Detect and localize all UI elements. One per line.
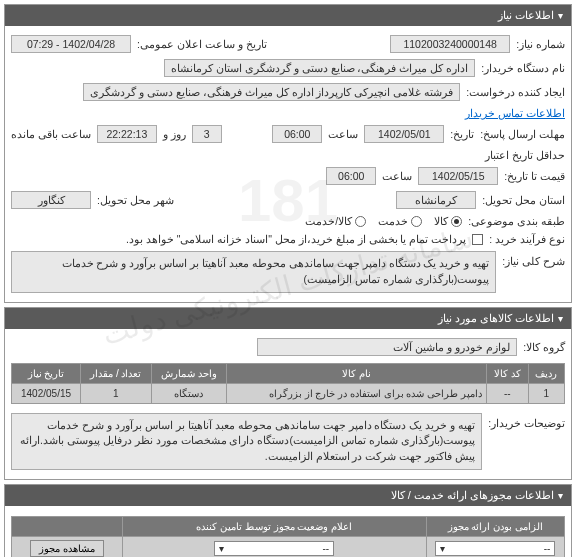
deadline-time-field: 06:00 [272, 125, 322, 143]
goods-info-panel: ▾ اطلاعات کالاهای مورد نیاز گروه کالا: ل… [4, 307, 572, 480]
city-field: کنگاور [11, 191, 91, 209]
category-label: طبقه بندی موضوعی: [468, 215, 565, 227]
process-checkbox[interactable] [472, 234, 483, 245]
collapse-icon: ▾ [558, 313, 563, 324]
chevron-down-icon: ▾ [440, 543, 445, 554]
permits-table: الزامی بودن ارائه مجوز اعلام وضعیت مجوز … [11, 516, 565, 557]
th-name: نام کالا [227, 363, 487, 383]
group-field: لوازم خودرو و ماشین آلات [257, 338, 517, 356]
panel-title: اطلاعات نیاز [498, 9, 554, 22]
th-row: ردیف [528, 363, 564, 383]
days-field: 3 [192, 125, 222, 143]
table-row[interactable]: 1 -- دامپر طراحی شده برای استفاده در خار… [12, 383, 565, 403]
requester-field: فرشته غلامی انچیرکی کارپرداز اداره کل می… [83, 83, 460, 101]
desc-label: شرح کلی نیاز: [502, 251, 565, 267]
pay-note: پرداخت تمام یا بخشی از مبلغ خرید،از محل … [126, 233, 466, 245]
need-no-label: شماره نیاز: [516, 38, 565, 50]
panel-title: اطلاعات کالاهای مورد نیاز [438, 312, 554, 325]
th-unit: واحد شمارش [151, 363, 227, 383]
th-action [12, 516, 123, 536]
radio-service[interactable]: خدمت [378, 215, 422, 227]
permits-panel: ▾ اطلاعات مجوزهای ارائه خدمت / کالا الزا… [4, 484, 572, 557]
validity-date-field: 1402/05/15 [418, 167, 498, 185]
radio-goods[interactable]: کالا [434, 215, 462, 227]
th-mandatory: الزامی بودن ارائه مجوز [426, 516, 564, 536]
table-header-row: ردیف کد کالا نام کالا واحد شمارش تعداد /… [12, 363, 565, 383]
th-code: کد کالا [486, 363, 528, 383]
need-info-header[interactable]: ▾ اطلاعات نیاز [5, 5, 571, 26]
th-date: تاریخ نیاز [12, 363, 81, 383]
buyer-notes-label: توضیحات خریدار: [488, 413, 565, 429]
validity-sub-label: قیمت تا تاریخ: [504, 170, 565, 182]
permit-row: --▾ --▾ مشاهده مجوز [12, 536, 565, 557]
announce-field: 1402/04/28 - 07:29 [11, 35, 131, 53]
remain-field: 22:22:13 [97, 125, 157, 143]
announce-label: تاریخ و ساعت اعلان عمومی: [137, 38, 267, 50]
desc-field: تهیه و خرید یک دستگاه دامپر جهت ساماندهی… [11, 251, 496, 293]
radio-both[interactable]: کالا/خدمت [305, 215, 366, 227]
requester-label: ایجاد کننده درخواست: [466, 86, 565, 98]
status-select[interactable]: --▾ [214, 541, 334, 556]
province-field: کرمانشاه [396, 191, 476, 209]
panel-title: اطلاعات مجوزهای ارائه خدمت / کالا [391, 489, 554, 502]
deadline-date-field: 1402/05/01 [364, 125, 444, 143]
th-qty: تعداد / مقدار [81, 363, 152, 383]
th-status: اعلام وضعیت مجوز توسط تامین کننده [122, 516, 426, 536]
group-label: گروه کالا: [523, 341, 565, 353]
process-label: نوع فرآیند خرید : [489, 233, 565, 245]
mandatory-select[interactable]: --▾ [435, 541, 555, 556]
goods-info-header[interactable]: ▾ اطلاعات کالاهای مورد نیاز [5, 308, 571, 329]
buyer-notes-field: تهیه و خرید یک دستگاه دامپر جهت ساماندهی… [11, 413, 482, 470]
permits-header[interactable]: ▾ اطلاعات مجوزهای ارائه خدمت / کالا [5, 485, 571, 506]
buyer-label: نام دستگاه خریدار: [481, 62, 565, 74]
collapse-icon: ▾ [558, 490, 563, 501]
buyer-field: اداره کل میراث فرهنگی، صنایع دستی و گردش… [164, 59, 475, 77]
need-no-field: 1102003240000148 [390, 35, 510, 53]
validity-time-field: 06:00 [326, 167, 376, 185]
deadline-date-label: تاریخ: [450, 128, 474, 140]
chevron-down-icon: ▾ [219, 543, 224, 554]
contact-buyer-link[interactable]: اطلاعات تماس خریدار [465, 107, 565, 119]
validity-label: حداقل تاریخ اعتبار [485, 149, 565, 161]
city-label: شهر محل تحویل: [97, 194, 174, 206]
category-radio-group: کالا خدمت کالا/خدمت [305, 215, 462, 227]
view-permit-button[interactable]: مشاهده مجوز [30, 540, 104, 557]
deadline-label: مهلت ارسال پاسخ: [480, 128, 565, 140]
need-info-panel: ▾ اطلاعات نیاز شماره نیاز: 1102003240000… [4, 4, 572, 303]
province-label: استان محل تحویل: [482, 194, 565, 206]
goods-table: ردیف کد کالا نام کالا واحد شمارش تعداد /… [11, 363, 565, 404]
collapse-icon: ▾ [558, 10, 563, 21]
